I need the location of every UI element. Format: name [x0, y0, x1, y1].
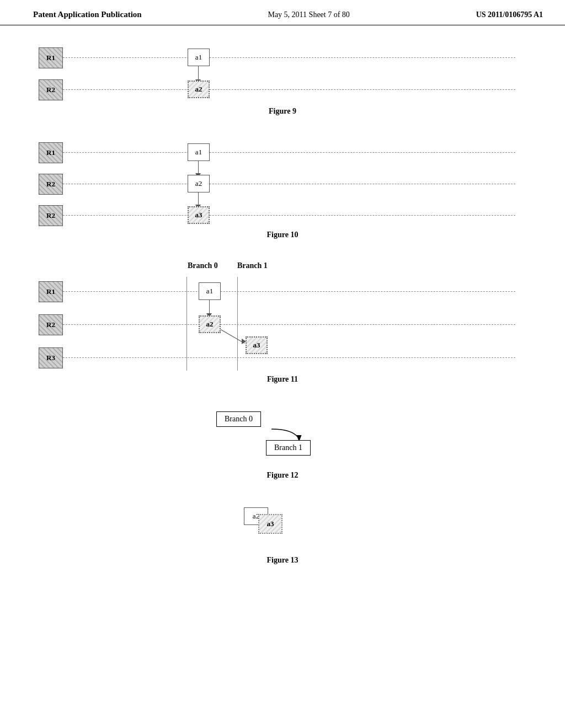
action-a1-fig11: a1	[199, 282, 221, 300]
line-r2-fig10	[63, 184, 515, 184]
action-a3-fig10: a3	[188, 206, 210, 224]
line-r3-fig11	[63, 357, 515, 358]
branch1-box-fig12: Branch 1	[266, 440, 311, 456]
publication-number: US 2011/0106795 A1	[476, 10, 543, 19]
fig13-inner: a2 a3	[238, 502, 327, 543]
reg-r1-fig11: R1	[39, 281, 63, 302]
figure-13-caption: Figure 13	[33, 556, 532, 565]
fig12-inner: Branch 0 Branch 1	[200, 406, 365, 461]
action-a2-fig9: a2	[188, 81, 210, 98]
figure-9-section: R1 a1 R2 a2 Figure 9	[33, 42, 532, 116]
figure-12-section: Branch 0 Branch 1 Figure 12	[33, 406, 532, 480]
reg-r3-fig11: R3	[39, 347, 63, 368]
publication-date-sheet: May 5, 2011 Sheet 7 of 80	[268, 10, 349, 19]
reg-r2-fig10: R2	[39, 174, 63, 195]
line-r2-fig11	[63, 324, 515, 325]
figure-10-caption: Figure 10	[33, 231, 532, 239]
connector-a2a3-fig11	[221, 329, 245, 344]
line-r2b-fig10	[63, 215, 515, 216]
branch1-label-fig11: Branch 1	[237, 261, 268, 270]
figure-11-section: Branch 0 Branch 1 R1 a1 R2 a2 R3	[33, 261, 532, 384]
action-a2-fig11: a2	[199, 315, 221, 333]
line-r1-fig11	[63, 291, 515, 292]
action-a3-fig11: a3	[246, 336, 268, 354]
figure-12-caption: Figure 12	[33, 471, 532, 480]
branch0-label-fig11: Branch 0	[188, 261, 218, 270]
figure-9-caption: Figure 9	[33, 107, 532, 116]
action-a1-fig9: a1	[188, 49, 210, 66]
figure-10-diagram: R1 a1 R2 a2 R2 a3	[33, 138, 532, 226]
figure-11-diagram: R1 a1 R2 a2 R3 a3	[33, 277, 532, 371]
reg-r1-fig9: R1	[39, 47, 63, 68]
line-r2-fig9	[63, 89, 515, 90]
main-content: R1 a1 R2 a2 Figure 9 R1 a1	[0, 36, 565, 592]
figure-12-diagram: Branch 0 Branch 1	[33, 406, 532, 467]
figure-10-section: R1 a1 R2 a2 R2 a3 Figure 10	[33, 138, 532, 239]
reg-r1-fig10: R1	[39, 142, 63, 163]
action-a2-fig10: a2	[188, 175, 210, 192]
figure-11-caption: Figure 11	[33, 375, 532, 384]
reg-r2-fig11: R2	[39, 314, 63, 335]
page-header: Patent Application Publication May 5, 20…	[0, 0, 565, 25]
publication-title: Patent Application Publication	[33, 10, 142, 19]
figure-13-diagram: a2 a3	[33, 502, 532, 552]
line-r1-fig10	[63, 152, 515, 153]
figure-9-diagram: R1 a1 R2 a2	[33, 42, 532, 103]
branch-labels-fig11: Branch 0 Branch 1	[33, 261, 532, 277]
line-r1-fig9	[63, 57, 515, 58]
reg-r2-fig9: R2	[39, 79, 63, 100]
action-a3-fig13: a3	[258, 514, 282, 534]
reg-r2b-fig10: R2	[39, 205, 63, 226]
action-a1-fig10: a1	[188, 143, 210, 161]
figure-13-section: a2 a3 Figure 13	[33, 502, 532, 565]
